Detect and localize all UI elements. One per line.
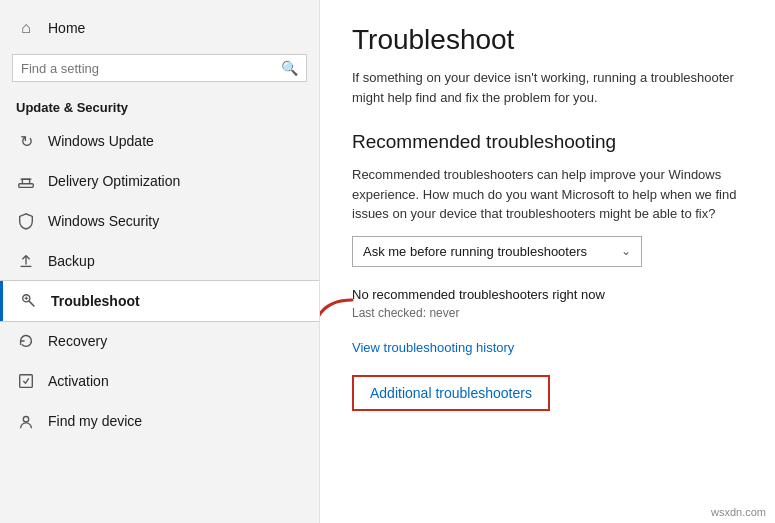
search-button[interactable]: 🔍 bbox=[281, 60, 298, 76]
last-checked-text: Last checked: never bbox=[352, 306, 743, 320]
sidebar-item-activation[interactable]: Activation bbox=[0, 361, 319, 401]
sidebar-item-find-my-device[interactable]: Find my device bbox=[0, 401, 319, 441]
nav-label-find-my-device: Find my device bbox=[48, 413, 142, 429]
nav-label-recovery: Recovery bbox=[48, 333, 107, 349]
search-input[interactable] bbox=[21, 61, 275, 76]
windows-security-icon bbox=[16, 211, 36, 231]
nav-label-troubleshoot: Troubleshoot bbox=[51, 293, 140, 309]
dropdown-value: Ask me before running troubleshooters bbox=[363, 244, 587, 259]
sidebar-item-backup[interactable]: Backup bbox=[0, 241, 319, 281]
page-title: Troubleshoot bbox=[352, 24, 743, 56]
home-icon: ⌂ bbox=[16, 18, 36, 38]
main-content: Troubleshoot If something on your device… bbox=[320, 0, 775, 523]
recovery-icon bbox=[16, 331, 36, 351]
section-title: Update & Security bbox=[0, 90, 319, 121]
svg-rect-2 bbox=[20, 375, 33, 388]
backup-icon bbox=[16, 251, 36, 271]
sidebar-item-recovery[interactable]: Recovery bbox=[0, 321, 319, 361]
nav-label-windows-update: Windows Update bbox=[48, 133, 154, 149]
find-my-device-icon bbox=[16, 411, 36, 431]
sidebar-item-troubleshoot[interactable]: Troubleshoot bbox=[0, 281, 319, 321]
activation-icon bbox=[16, 371, 36, 391]
recommended-heading: Recommended troubleshooting bbox=[352, 131, 743, 153]
windows-update-icon: ↻ bbox=[16, 131, 36, 151]
sidebar: ⌂ Home 🔍 Update & Security ↻ Windows Upd… bbox=[0, 0, 320, 523]
home-label: Home bbox=[48, 20, 85, 36]
additional-troubleshooters-button[interactable]: Additional troubleshooters bbox=[352, 375, 550, 411]
sidebar-item-home[interactable]: ⌂ Home bbox=[0, 10, 319, 46]
page-description: If something on your device isn't workin… bbox=[352, 68, 743, 107]
nav-label-backup: Backup bbox=[48, 253, 95, 269]
sidebar-item-windows-security[interactable]: Windows Security bbox=[0, 201, 319, 241]
no-troubleshooters-text: No recommended troubleshooters right now bbox=[352, 287, 743, 302]
nav-label-windows-security: Windows Security bbox=[48, 213, 159, 229]
search-box: 🔍 bbox=[12, 54, 307, 82]
nav-label-activation: Activation bbox=[48, 373, 109, 389]
delivery-optimization-icon bbox=[16, 171, 36, 191]
svg-point-3 bbox=[23, 417, 28, 422]
sidebar-item-delivery-optimization[interactable]: Delivery Optimization bbox=[0, 161, 319, 201]
svg-rect-0 bbox=[19, 184, 33, 188]
nav-label-delivery-optimization: Delivery Optimization bbox=[48, 173, 180, 189]
watermark: wsxdn.com bbox=[708, 505, 769, 519]
recommended-description: Recommended troubleshooters can help imp… bbox=[352, 165, 743, 224]
troubleshoot-icon bbox=[19, 291, 39, 311]
view-history-link[interactable]: View troubleshooting history bbox=[352, 340, 743, 355]
sidebar-item-windows-update[interactable]: ↻ Windows Update bbox=[0, 121, 319, 161]
chevron-down-icon: ⌄ bbox=[621, 244, 631, 258]
troubleshooter-dropdown[interactable]: Ask me before running troubleshooters ⌄ bbox=[352, 236, 642, 267]
arrow-container: Additional troubleshooters bbox=[352, 375, 743, 411]
